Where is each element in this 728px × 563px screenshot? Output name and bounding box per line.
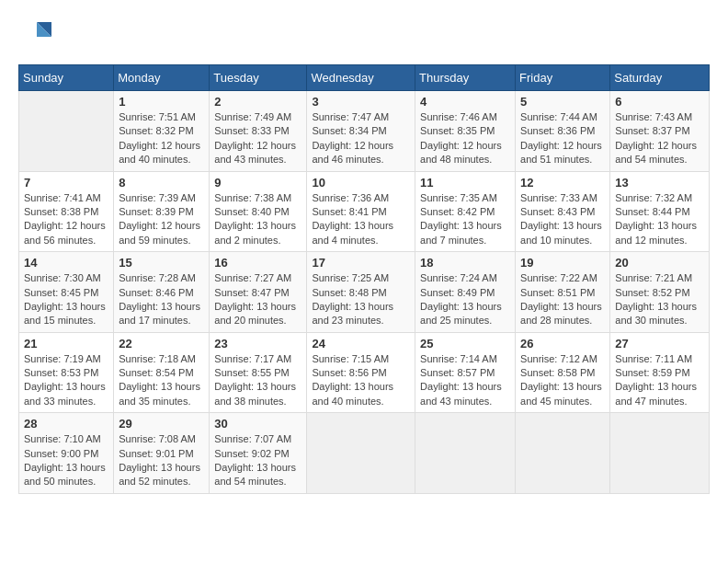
logo-icon bbox=[18, 18, 51, 52]
calendar-cell bbox=[610, 413, 710, 494]
calendar-cell: 5 Sunrise: 7:44 AM Sunset: 8:36 PM Dayli… bbox=[516, 91, 610, 172]
daylight: Daylight: 13 hours and 23 minutes. bbox=[312, 301, 393, 326]
sunrise: Sunrise: 7:27 AM bbox=[214, 272, 291, 283]
day-number: 20 bbox=[615, 256, 704, 270]
day-info: Sunrise: 7:27 AM Sunset: 8:47 PM Dayligh… bbox=[214, 271, 301, 328]
day-number: 16 bbox=[214, 256, 301, 270]
calendar-cell: 14 Sunrise: 7:30 AM Sunset: 8:45 PM Dayl… bbox=[19, 252, 114, 333]
column-header-saturday: Saturday bbox=[610, 65, 710, 91]
sunrise: Sunrise: 7:15 AM bbox=[312, 353, 389, 364]
calendar-cell: 2 Sunrise: 7:49 AM Sunset: 8:33 PM Dayli… bbox=[210, 91, 307, 172]
sunrise: Sunrise: 7:18 AM bbox=[119, 353, 196, 364]
day-number: 10 bbox=[312, 176, 410, 190]
daylight: Daylight: 13 hours and 54 minutes. bbox=[214, 462, 296, 487]
calendar-header-row: SundayMondayTuesdayWednesdayThursdayFrid… bbox=[19, 65, 710, 91]
sunset: Sunset: 8:49 PM bbox=[420, 287, 495, 298]
day-info: Sunrise: 7:38 AM Sunset: 8:40 PM Dayligh… bbox=[214, 191, 301, 248]
sunrise: Sunrise: 7:24 AM bbox=[420, 272, 497, 283]
day-info: Sunrise: 7:46 AM Sunset: 8:35 PM Dayligh… bbox=[420, 110, 510, 167]
sunrise: Sunrise: 7:14 AM bbox=[420, 353, 497, 364]
day-info: Sunrise: 7:08 AM Sunset: 9:01 PM Dayligh… bbox=[119, 432, 204, 489]
calendar-week-row: 1 Sunrise: 7:51 AM Sunset: 8:32 PM Dayli… bbox=[19, 91, 710, 172]
calendar-week-row: 14 Sunrise: 7:30 AM Sunset: 8:45 PM Dayl… bbox=[19, 252, 710, 333]
sunset: Sunset: 8:52 PM bbox=[615, 287, 689, 298]
sunset: Sunset: 8:57 PM bbox=[420, 367, 495, 378]
sunrise: Sunrise: 7:35 AM bbox=[420, 192, 497, 203]
day-number: 22 bbox=[119, 337, 204, 350]
daylight: Daylight: 12 hours and 40 minutes. bbox=[119, 140, 200, 165]
daylight: Daylight: 12 hours and 43 minutes. bbox=[214, 140, 296, 165]
day-number: 1 bbox=[119, 95, 204, 109]
sunset: Sunset: 8:32 PM bbox=[119, 125, 193, 136]
calendar-cell: 25 Sunrise: 7:14 AM Sunset: 8:57 PM Dayl… bbox=[415, 332, 516, 413]
calendar-cell: 22 Sunrise: 7:18 AM Sunset: 8:54 PM Dayl… bbox=[114, 332, 210, 413]
calendar-cell: 3 Sunrise: 7:47 AM Sunset: 8:34 PM Dayli… bbox=[307, 91, 415, 172]
calendar-cell: 13 Sunrise: 7:32 AM Sunset: 8:44 PM Dayl… bbox=[610, 171, 710, 252]
day-info: Sunrise: 7:41 AM Sunset: 8:38 PM Dayligh… bbox=[24, 191, 108, 248]
calendar-cell: 7 Sunrise: 7:41 AM Sunset: 8:38 PM Dayli… bbox=[19, 171, 114, 252]
calendar-cell: 4 Sunrise: 7:46 AM Sunset: 8:35 PM Dayli… bbox=[415, 91, 516, 172]
daylight: Daylight: 13 hours and 40 minutes. bbox=[312, 381, 393, 406]
page-header bbox=[18, 18, 710, 55]
day-number: 18 bbox=[420, 256, 510, 270]
calendar-cell: 6 Sunrise: 7:43 AM Sunset: 8:37 PM Dayli… bbox=[610, 91, 710, 172]
daylight: Daylight: 13 hours and 35 minutes. bbox=[119, 381, 200, 406]
sunset: Sunset: 8:34 PM bbox=[312, 125, 386, 136]
calendar-cell bbox=[307, 413, 415, 494]
column-header-friday: Friday bbox=[516, 65, 610, 91]
calendar-cell: 17 Sunrise: 7:25 AM Sunset: 8:48 PM Dayl… bbox=[307, 252, 415, 333]
calendar-cell: 27 Sunrise: 7:11 AM Sunset: 8:59 PM Dayl… bbox=[610, 332, 710, 413]
sunset: Sunset: 8:56 PM bbox=[312, 367, 386, 378]
sunrise: Sunrise: 7:30 AM bbox=[24, 272, 101, 283]
calendar-cell bbox=[19, 91, 114, 172]
daylight: Daylight: 13 hours and 38 minutes. bbox=[214, 381, 296, 406]
day-number: 23 bbox=[214, 337, 301, 350]
day-number: 25 bbox=[420, 337, 510, 350]
day-number: 27 bbox=[615, 337, 704, 350]
day-info: Sunrise: 7:21 AM Sunset: 8:52 PM Dayligh… bbox=[615, 271, 704, 328]
daylight: Daylight: 13 hours and 20 minutes. bbox=[214, 301, 296, 326]
day-number: 3 bbox=[312, 95, 410, 109]
sunset: Sunset: 8:36 PM bbox=[520, 125, 595, 136]
calendar-cell: 1 Sunrise: 7:51 AM Sunset: 8:32 PM Dayli… bbox=[114, 91, 210, 172]
daylight: Daylight: 13 hours and 4 minutes. bbox=[312, 220, 393, 245]
day-number: 21 bbox=[24, 337, 108, 350]
calendar-cell: 23 Sunrise: 7:17 AM Sunset: 8:55 PM Dayl… bbox=[210, 332, 307, 413]
sunset: Sunset: 8:35 PM bbox=[420, 125, 495, 136]
sunrise: Sunrise: 7:36 AM bbox=[312, 192, 389, 203]
day-info: Sunrise: 7:32 AM Sunset: 8:44 PM Dayligh… bbox=[615, 191, 704, 248]
sunset: Sunset: 8:58 PM bbox=[520, 367, 595, 378]
calendar-cell: 24 Sunrise: 7:15 AM Sunset: 8:56 PM Dayl… bbox=[307, 332, 415, 413]
day-number: 4 bbox=[420, 95, 510, 109]
daylight: Daylight: 12 hours and 51 minutes. bbox=[520, 140, 602, 165]
daylight: Daylight: 13 hours and 25 minutes. bbox=[420, 301, 502, 326]
sunset: Sunset: 8:40 PM bbox=[214, 206, 289, 217]
day-number: 17 bbox=[312, 256, 410, 270]
daylight: Daylight: 13 hours and 30 minutes. bbox=[615, 301, 697, 326]
calendar-cell: 8 Sunrise: 7:39 AM Sunset: 8:39 PM Dayli… bbox=[114, 171, 210, 252]
daylight: Daylight: 13 hours and 47 minutes. bbox=[615, 381, 697, 406]
day-number: 9 bbox=[214, 176, 301, 190]
daylight: Daylight: 13 hours and 43 minutes. bbox=[420, 381, 502, 406]
calendar-table: SundayMondayTuesdayWednesdayThursdayFrid… bbox=[18, 64, 710, 494]
day-number: 13 bbox=[615, 176, 704, 190]
sunrise: Sunrise: 7:28 AM bbox=[119, 272, 196, 283]
sunset: Sunset: 8:54 PM bbox=[119, 367, 193, 378]
sunrise: Sunrise: 7:39 AM bbox=[119, 192, 196, 203]
sunrise: Sunrise: 7:51 AM bbox=[119, 111, 196, 122]
sunset: Sunset: 8:44 PM bbox=[615, 206, 689, 217]
sunset: Sunset: 8:42 PM bbox=[420, 206, 495, 217]
calendar-cell: 16 Sunrise: 7:27 AM Sunset: 8:47 PM Dayl… bbox=[210, 252, 307, 333]
calendar-cell bbox=[415, 413, 516, 494]
day-number: 2 bbox=[214, 95, 301, 109]
sunset: Sunset: 8:41 PM bbox=[312, 206, 386, 217]
day-number: 11 bbox=[420, 176, 510, 190]
day-info: Sunrise: 7:15 AM Sunset: 8:56 PM Dayligh… bbox=[312, 352, 410, 409]
calendar-cell: 10 Sunrise: 7:36 AM Sunset: 8:41 PM Dayl… bbox=[307, 171, 415, 252]
day-number: 7 bbox=[24, 176, 108, 190]
sunset: Sunset: 9:02 PM bbox=[214, 448, 289, 459]
daylight: Daylight: 13 hours and 7 minutes. bbox=[420, 220, 502, 245]
day-number: 6 bbox=[615, 95, 704, 109]
day-info: Sunrise: 7:51 AM Sunset: 8:32 PM Dayligh… bbox=[119, 110, 204, 167]
sunrise: Sunrise: 7:25 AM bbox=[312, 272, 389, 283]
